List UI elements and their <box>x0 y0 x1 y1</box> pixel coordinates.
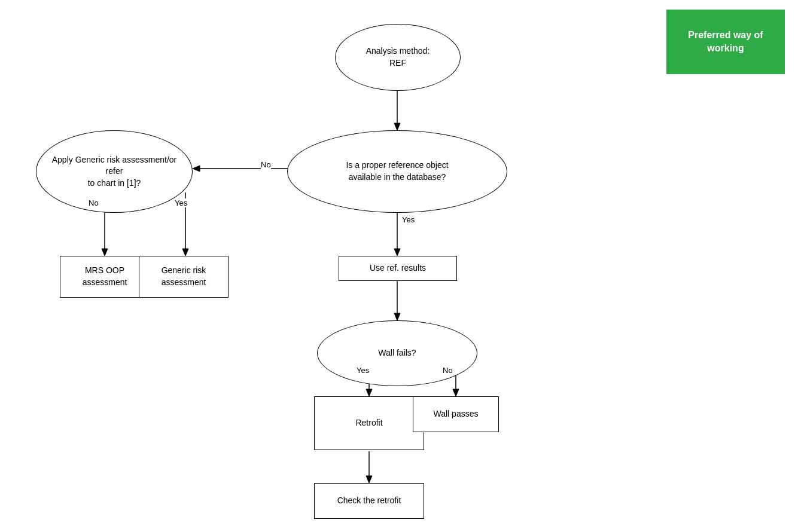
generic-risk-node: Generic risk assessment <box>139 256 229 298</box>
svg-marker-7 <box>394 313 400 320</box>
svg-marker-11 <box>453 389 459 396</box>
svg-marker-9 <box>366 389 372 396</box>
svg-marker-3 <box>193 166 200 172</box>
yes-ref-label: Yes <box>402 215 415 224</box>
yes-apply-label: Yes <box>175 198 187 207</box>
no-wall-label: No <box>443 366 453 375</box>
no-apply-label: No <box>89 198 99 207</box>
no-ref-label: No <box>261 160 271 169</box>
retrofit-node: Retrofit <box>314 396 424 450</box>
is-proper-ref-node: Is a proper reference object available i… <box>287 130 507 213</box>
svg-marker-5 <box>394 249 400 256</box>
yes-wall-label: Yes <box>357 366 369 375</box>
use-ref-results-node: Use ref. results <box>339 256 457 281</box>
preferred-way-badge: Preferred way of working <box>666 10 785 74</box>
analysis-method-node: Analysis method: REF <box>335 24 461 91</box>
check-retrofit-node: Check the retrofit <box>314 483 424 519</box>
wall-fails-node: Wall fails? <box>317 320 477 386</box>
apply-generic-node: Apply Generic risk assessment/or refer t… <box>36 130 193 213</box>
svg-marker-1 <box>394 123 400 130</box>
wall-passes-node: Wall passes <box>413 396 499 432</box>
svg-marker-13 <box>366 476 372 483</box>
svg-marker-15 <box>102 249 108 256</box>
svg-marker-17 <box>182 249 188 256</box>
mrs-oop-node: MRS OOP assessment <box>60 256 150 298</box>
